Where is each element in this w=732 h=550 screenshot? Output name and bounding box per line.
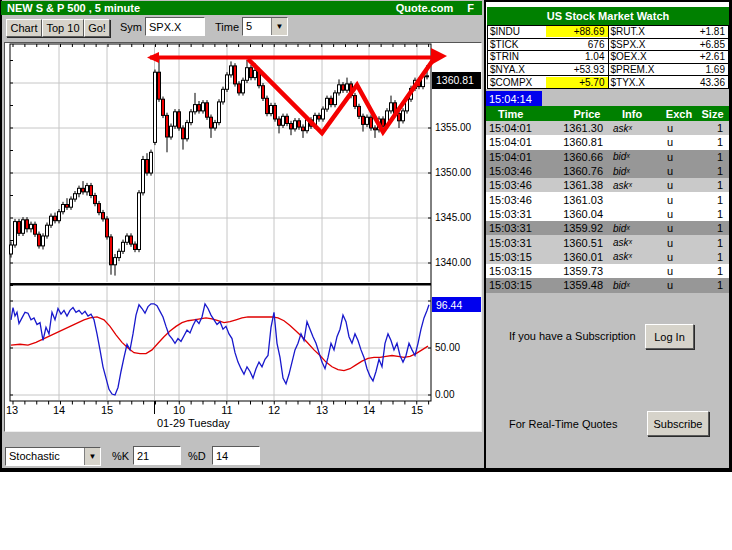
time-select[interactable]: 5 ▼ xyxy=(242,17,288,36)
trade-price: 1360.01 xyxy=(553,251,603,263)
trade-exchange: u xyxy=(653,136,687,148)
quote-table: $INDU+88.69$RUT.X+1.81$TICK676$SPX.X+6.8… xyxy=(487,25,729,89)
go-button[interactable]: Go! xyxy=(84,19,110,37)
quote-symbol: $RUT.X xyxy=(609,26,667,37)
k-input-value: 21 xyxy=(137,450,149,462)
market-clock-value: 15:04:14 xyxy=(489,93,532,105)
d-input[interactable]: 14 xyxy=(212,446,260,465)
quote-value: 1.04 xyxy=(546,51,608,62)
chart-title: NEW S & P 500 , 5 minute xyxy=(7,2,140,14)
trade-row: 15:03:461361.03u1 xyxy=(486,192,729,206)
trade-price: 1361.03 xyxy=(553,194,603,206)
trade-row: 15:03:311360.04u1 xyxy=(486,207,729,221)
quote-value: 43.36 xyxy=(667,77,729,88)
quote-row: $INDU+88.69$RUT.X+1.81 xyxy=(488,26,728,39)
trade-time: 15:03:46 xyxy=(486,165,553,177)
trade-price: 1359.92 xyxy=(553,222,603,234)
trade-size: 1 xyxy=(687,194,729,206)
trade-exchange: u xyxy=(653,237,687,249)
trade-row: 15:03:151360.01askˣu1 xyxy=(486,250,729,264)
top10-button[interactable]: Top 10 xyxy=(42,19,84,37)
trade-size: 1 xyxy=(687,265,729,277)
trade-time: 15:03:31 xyxy=(486,222,553,234)
quote-symbol: $TRIN xyxy=(488,51,546,62)
chevron-down-icon[interactable]: ▼ xyxy=(271,18,287,35)
trade-exchange: u xyxy=(653,122,687,134)
go-button-label: Go! xyxy=(88,22,106,34)
trade-time: 15:04:01 xyxy=(486,122,553,134)
k-input[interactable]: 21 xyxy=(133,446,181,465)
trade-info: bidˣ xyxy=(603,280,653,291)
trade-size: 1 xyxy=(687,279,729,291)
subscribe-button[interactable]: Subscribe xyxy=(647,411,709,436)
trade-row: 15:03:311360.51askˣu1 xyxy=(486,235,729,249)
column-header-info: Info xyxy=(612,108,662,120)
quote-symbol: $TYX.X xyxy=(609,77,667,88)
time-select-value: 5 xyxy=(243,18,271,35)
trade-row: 15:04:011360.66bidˣu1 xyxy=(486,150,729,164)
market-clock: 15:04:14 xyxy=(486,91,542,106)
quote-row: $NYA.X+53.93$PREM.X1.69 xyxy=(488,64,728,77)
trade-info: askˣ xyxy=(603,237,653,248)
trade-time: 15:03:46 xyxy=(486,194,553,206)
trade-price: 1360.04 xyxy=(553,208,603,220)
trade-size: 1 xyxy=(687,151,729,163)
trade-row: 15:04:011361.30askˣu1 xyxy=(486,121,729,135)
quote-value: 676 xyxy=(546,39,608,50)
trade-price: 1360.81 xyxy=(553,136,603,148)
trade-size: 1 xyxy=(687,208,729,220)
trade-time: 15:03:31 xyxy=(486,208,553,220)
trade-exchange: u xyxy=(653,251,687,263)
quote-symbol: $PREM.X xyxy=(609,64,667,75)
trade-time: 15:04:01 xyxy=(486,151,553,163)
trade-size: 1 xyxy=(687,237,729,249)
trade-info: bidˣ xyxy=(603,223,653,234)
time-sales-header: TimePriceInfoExchSize xyxy=(486,106,729,121)
quote-value: +5.70 xyxy=(546,77,608,88)
quote-symbol: $INDU xyxy=(488,26,546,37)
quote-symbol: $TICK xyxy=(488,39,546,50)
quote-symbol: $OEX.X xyxy=(609,51,667,62)
trade-time: 15:03:31 xyxy=(486,237,553,249)
top10-button-label: Top 10 xyxy=(46,22,79,34)
trade-time: 15:03:15 xyxy=(486,251,553,263)
symbol-input[interactable]: SPX.X xyxy=(145,17,205,36)
indicator-select-value: Stochastic xyxy=(6,448,84,465)
quote-value: +53.93 xyxy=(546,64,608,75)
time-sales-table: 15:04:011361.30askˣu115:04:011360.81u115… xyxy=(486,121,729,293)
quote-value: +1.81 xyxy=(667,26,729,37)
trade-row: 15:03:461361.38askˣu1 xyxy=(486,178,729,192)
trade-exchange: u xyxy=(653,265,687,277)
quote-symbol: $COMPX xyxy=(488,77,546,88)
trade-row: 15:03:151359.48bidˣu1 xyxy=(486,278,729,292)
quote-value: +2.61 xyxy=(667,51,729,62)
trade-exchange: u xyxy=(653,222,687,234)
column-header-price: Price xyxy=(562,108,612,120)
trade-size: 1 xyxy=(687,165,729,177)
trade-size: 1 xyxy=(687,136,729,148)
quote-value: +88.69 xyxy=(546,26,608,37)
trade-price: 1361.30 xyxy=(553,122,603,134)
indicator-select[interactable]: Stochastic ▼ xyxy=(5,447,101,466)
trade-price: 1360.51 xyxy=(553,237,603,249)
chart-button[interactable]: Chart xyxy=(6,19,42,37)
trade-row: 15:03:461360.76bidˣu1 xyxy=(486,164,729,178)
chevron-down-icon[interactable]: ▼ xyxy=(84,448,100,465)
time-label: Time xyxy=(215,21,239,33)
quote-row: $COMPX+5.70$TYX.X43.36 xyxy=(488,76,728,88)
d-input-value: 14 xyxy=(216,450,228,462)
trade-info: askˣ xyxy=(603,123,653,134)
trade-price: 1359.73 xyxy=(553,265,603,277)
login-button[interactable]: Log In xyxy=(645,324,694,349)
subscribe-button-label: Subscribe xyxy=(654,418,703,430)
trade-exchange: u xyxy=(653,194,687,206)
chart-button-label: Chart xyxy=(11,22,38,34)
column-header-size: Size xyxy=(696,108,729,120)
trade-info: bidˣ xyxy=(603,166,653,177)
trade-row: 15:04:011360.81u1 xyxy=(486,135,729,149)
trade-price: 1360.76 xyxy=(553,165,603,177)
quote-symbol: $NYA.X xyxy=(488,64,546,75)
trade-info: askˣ xyxy=(603,251,653,262)
trade-info: askˣ xyxy=(603,180,653,191)
page: NEW S & P 500 , 5 minute Quote.com F Cha… xyxy=(0,0,732,550)
